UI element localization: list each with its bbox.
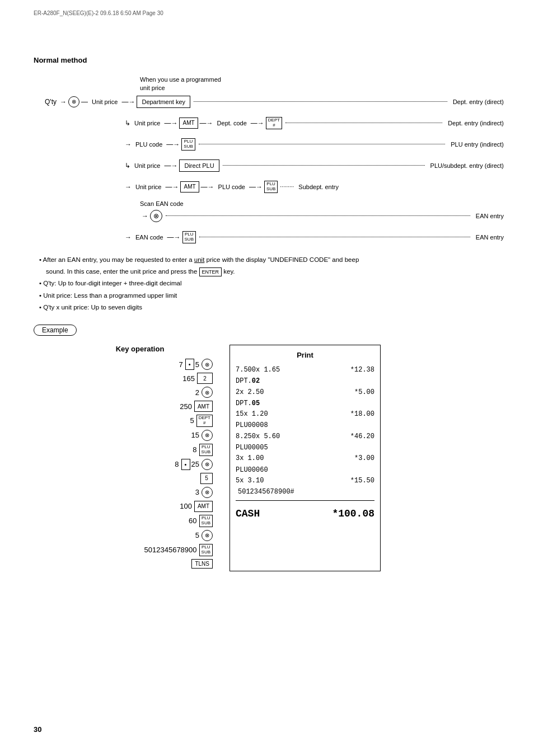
- amt-key-11: AMT: [194, 501, 213, 512]
- dotted-line: [199, 237, 470, 237]
- multiply-key-1: ⊗: [202, 359, 213, 370]
- print-line-4: 8.250x 5.60*46.20: [236, 431, 374, 442]
- key-op-row-12: 60 PLUSUB: [67, 515, 213, 527]
- arrow: →: [142, 212, 148, 220]
- note-2: • Q'ty: Up to four-digit integer + three…: [39, 279, 500, 288]
- print-sub-3: PLU00008: [236, 420, 374, 431]
- flow-row-plu-direct: ↳ Unit price —→ Direct PLU PLU/subdept. …: [123, 158, 504, 173]
- dotted-line: [199, 144, 445, 144]
- ean-entry-scan: EAN entry: [476, 213, 504, 219]
- section-title: Normal method: [34, 56, 500, 64]
- diagram-container: When you use a programmed unit price Q't…: [45, 76, 504, 245]
- ean-code-label: EAN code: [135, 234, 163, 241]
- note-3: • Unit price: Less than a programmed upp…: [39, 291, 500, 300]
- flow-row-subdept: → Unit price —→ AMT —→ PLU code —→ PLUSU…: [123, 179, 504, 195]
- unit-price-label2: Unit price: [134, 120, 160, 126]
- unit-price-note: When you use a programmed unit price: [140, 76, 504, 93]
- scan-ean-note: Scan EAN code: [140, 200, 504, 207]
- arrow: ↳: [125, 119, 130, 127]
- plu-entry-indirect: PLU entry (indirect): [451, 141, 504, 148]
- arrow: —→: [167, 233, 181, 241]
- total-label: CASH: [236, 505, 260, 523]
- num-key-2: 2: [197, 373, 213, 384]
- arrow: —→: [164, 119, 177, 127]
- print-sub-1: DPT.02: [236, 375, 374, 387]
- amt-key2: AMT: [180, 181, 199, 192]
- direct-plu-key: Direct PLU: [179, 159, 219, 172]
- example-section: Example Key operation 7 • 5 ⊗ 165 2: [34, 325, 500, 571]
- print-sub-2: DPT.05: [236, 398, 374, 409]
- example-badge: Example: [34, 325, 77, 336]
- arrow: —→: [165, 183, 179, 191]
- dept-key-box: Department key: [137, 96, 190, 108]
- arrow: —→: [164, 162, 177, 170]
- key-op-row-10: 3 ⊗: [67, 487, 213, 498]
- key-op-row-3: 2 ⊗: [67, 387, 213, 398]
- plu-sub-key: PLUSUB: [181, 138, 195, 151]
- dept-num-key: DEPT#: [266, 117, 282, 129]
- total-value: *100.08: [332, 505, 374, 523]
- plu-sub-key-14: PLUSUB: [199, 544, 213, 556]
- print-line-3: 15x 1.20*18.00: [236, 409, 374, 420]
- print-header: Print: [236, 351, 374, 359]
- arrow: —: [81, 98, 88, 106]
- print-line-2: 2x 2.50*5.00: [236, 387, 374, 398]
- print-sub-5: PLU00060: [236, 464, 374, 476]
- key-op-row-1: 7 • 5 ⊗: [67, 359, 213, 370]
- unit-price-label4: Unit price: [135, 184, 161, 190]
- key-op-row-13: 5 ⊗: [67, 530, 213, 541]
- note-1b: sound. In this case, enter the unit pric…: [46, 267, 500, 276]
- dot-key-1: •: [185, 359, 194, 370]
- plu-code-label: PLU code: [135, 141, 162, 148]
- flow-row-dept-indirect: ↳ Unit price —→ AMT —→ Dept. code —→ DEP…: [123, 115, 504, 131]
- arrow: ↳: [125, 162, 130, 170]
- arrow: —→: [166, 140, 180, 148]
- key-op-row-15: TLNS: [67, 559, 213, 569]
- dotted-line: [285, 123, 442, 123]
- print-separator: [236, 500, 374, 501]
- plu-subdept-entry-direct: PLU/subdept. entry (direct): [430, 162, 504, 169]
- arrow: →: [60, 98, 67, 106]
- print-line-1: 7.500x 1.65*12.38: [236, 365, 374, 375]
- amt-key-4: AMT: [194, 401, 213, 412]
- plu-sub-key-12: PLUSUB: [199, 515, 213, 527]
- flow-row-main: Q'ty → ⊗ — Unit price —→ Department key …: [45, 94, 504, 110]
- multiply-key-6: ⊗: [202, 430, 213, 441]
- arrow: →: [125, 233, 132, 241]
- dotted-line: [223, 165, 425, 166]
- notes-section: • After an EAN entry, you may be request…: [39, 255, 500, 312]
- multiply-key-13: ⊗: [202, 530, 213, 541]
- print-receipt: 7.500x 1.65*12.38 DPT.02 2x 2.50*5.00 DP…: [236, 365, 374, 522]
- plu-sub-key-7: PLUSUB: [199, 444, 213, 456]
- dot-key-8: •: [181, 459, 190, 470]
- key-op-row-7: 8 PLUSUB: [67, 444, 213, 456]
- arrow: —→: [201, 183, 214, 191]
- key-op-row-8: 8 • 25 ⊗: [67, 459, 213, 470]
- key-op-row-14: 5012345678900 PLUSUB: [67, 544, 213, 556]
- amt-key: AMT: [179, 118, 198, 129]
- header-filename: ER-A280F_N(SEEG)(E)-2 09.6.18 6:50 AM Pa…: [34, 10, 163, 16]
- arrow: —→: [121, 98, 135, 106]
- dept-key-5: DEPT#: [196, 415, 213, 427]
- print-sub-4: PLU00005: [236, 442, 374, 453]
- multiply-key-8: ⊗: [202, 459, 213, 470]
- print-total: CASH *100.08: [236, 505, 374, 523]
- key-op-row-9: 5: [67, 473, 213, 484]
- example-columns: Key operation 7 • 5 ⊗ 165 2 2 ⊗: [67, 345, 500, 571]
- tlns-key: TLNS: [191, 559, 213, 569]
- arrow: —→: [251, 119, 264, 127]
- arrow: →: [125, 183, 132, 191]
- page-container: ER-A280F_N(SEEG)(E)-2 09.6.18 6:50 AM Pa…: [0, 0, 534, 756]
- unit-price-label3: Unit price: [134, 162, 160, 169]
- print-column: Print 7.500x 1.65*12.38 DPT.02 2x 2.50*5…: [229, 345, 381, 571]
- scan-key: ⊗: [150, 210, 162, 222]
- ean-entry-code: EAN entry: [476, 234, 504, 241]
- note-4: • Q'ty x unit price: Up to seven digits: [39, 303, 500, 312]
- print-line-5: 3x 1.00*3.00: [236, 453, 374, 464]
- key-op-row-11: 100 AMT: [67, 501, 213, 512]
- qty-label: Q'ty: [45, 98, 57, 106]
- plu-sub-key3: PLUSUB: [182, 231, 196, 243]
- print-sub-6: 5012345678900#: [238, 486, 374, 497]
- unit-price-label: Unit price: [92, 98, 118, 105]
- arrow: —→: [249, 183, 263, 191]
